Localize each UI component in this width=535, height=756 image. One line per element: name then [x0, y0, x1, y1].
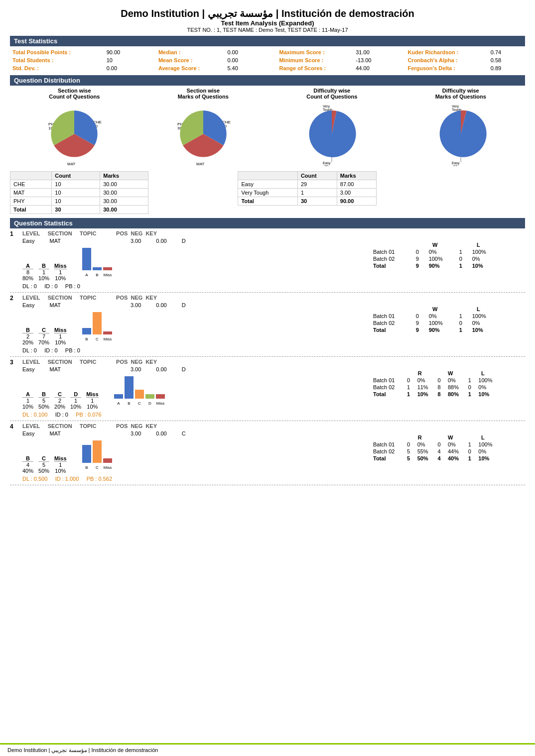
svg-text:C: C [96, 337, 99, 341]
test-statistics-table: Total Possible Points : 90.00 Median : 0… [10, 48, 525, 72]
question-row: 4 LEVEL SECTION TOPIC POS NEG KEY Easy [10, 423, 525, 482]
key-label: KEY [145, 423, 157, 429]
key-label: KEY [145, 295, 157, 301]
ferguson-value: 0.89 [488, 64, 525, 72]
dl-id-pb: DL : 0 ID : 0 PB : 0 [22, 283, 366, 289]
svg-rect-34 [103, 331, 112, 334]
dl-id-pb: DL : 0 ID : 0 PB : 0 [22, 347, 366, 353]
svg-text:A: A [85, 273, 88, 277]
answer-col: Miss 1 10% [54, 327, 66, 345]
dl-label: DL : 0.500 [22, 476, 47, 482]
count-col-header: Count [52, 172, 100, 180]
svg-rect-32 [93, 312, 102, 334]
svg-text:Miss: Miss [156, 401, 164, 406]
answer-col: A 1 10% [22, 391, 33, 410]
total-students-value: 10 [104, 56, 141, 64]
question-number: 4 [10, 423, 17, 430]
table-total-row: Total3030.00 [10, 206, 148, 214]
question-number: 2 [10, 295, 17, 302]
pos-label: POS [116, 423, 128, 429]
answer-col: B 1 10% [38, 263, 49, 281]
topic-label: TOPIC [80, 295, 96, 301]
pos-value: 3.00 [131, 366, 141, 372]
section-value: MAT [49, 302, 60, 308]
svg-rect-46 [82, 445, 91, 463]
svg-text:Miss: Miss [103, 273, 111, 277]
svg-rect-44 [156, 394, 165, 399]
test-info: TEST NO. : 1, TEST NAME : Demo Test, TES… [10, 27, 525, 33]
key-value: D [182, 302, 186, 308]
section-label: SECTION [48, 423, 72, 429]
pos-value: 3.00 [131, 238, 141, 244]
question-item: 2 LEVEL SECTION TOPIC POS NEG KEY Easy [10, 295, 525, 357]
avg-score-value: 5.40 [225, 64, 262, 72]
question-right: R W L Batch 01 00% 00% 1100% Batch 02 11… [371, 359, 525, 398]
level-value: Easy [22, 431, 34, 436]
max-score-value: 31.00 [353, 48, 390, 56]
id-label: ID : 1.000 [55, 476, 79, 482]
question-right: W L Batch 01 00% 1100% Batch 02 9100% 00… [371, 295, 525, 333]
footer-text: Demo Institution | مؤسسة تجريبي | Instit… [7, 747, 158, 753]
question-distribution: Section wiseCount of Questions PHY 10 CH… [10, 88, 525, 214]
section-value: MAT [49, 366, 60, 372]
answer-col: B 5 50% [38, 391, 49, 410]
batch-table: W L Batch 01 00% 1100% Batch 02 9100% 00… [371, 241, 500, 269]
table-row: CHE1030.00 [10, 180, 148, 189]
difficulty-dist-block: Count Marks Easy2987.00Very Tough13.00To… [238, 171, 376, 214]
median-value: 0.00 [225, 48, 262, 56]
min-score-value: -13.00 [353, 56, 390, 64]
answer-col: C 5 50% [38, 455, 49, 474]
neg-label: NEG [131, 423, 142, 429]
total-points-label: Total Possible Points : [10, 48, 104, 56]
difficulty-dist-table: Count Marks Easy2987.00Very Tough13.00To… [238, 171, 376, 206]
svg-text:B: B [96, 273, 98, 277]
answers-list: A 8 80% B 1 10% Miss 1 10% [22, 263, 67, 281]
kuder-value: 0.74 [488, 48, 525, 56]
answer-col: Miss 1 10% [54, 263, 66, 281]
svg-rect-38 [125, 376, 134, 399]
table-total-row: Total3090.00 [238, 197, 376, 206]
pos-value: 3.00 [131, 431, 141, 436]
level-label: LEVEL [22, 230, 40, 236]
question-left: LEVEL SECTION TOPIC POS NEG KEY Easy MAT… [22, 295, 366, 353]
question-item: 1 LEVEL SECTION TOPIC POS NEG KEY Easy [10, 230, 525, 293]
batch-table: W L Batch 01 00% 1100% Batch 02 9100% 00… [371, 306, 500, 333]
table-row: PHY1030.00 [10, 197, 148, 206]
level-section-row: LEVEL SECTION TOPIC POS NEG KEY [22, 423, 366, 429]
pos-label: POS [116, 359, 128, 365]
question-left: LEVEL SECTION TOPIC POS NEG KEY Easy MAT… [22, 230, 366, 289]
level-section-row: LEVEL SECTION TOPIC POS NEG KEY [22, 295, 366, 301]
neg-value: 0.00 [156, 302, 166, 308]
neg-label: NEG [131, 359, 142, 365]
difficulty-count-title: Difficulty wiseCount of Questions [274, 88, 389, 100]
question-left: LEVEL SECTION TOPIC POS NEG KEY Easy MAT… [22, 423, 366, 482]
diff-count-col-header: Count [297, 172, 337, 180]
section-marks-pie: Section wiseMarks of Questions PHY 30 CH… [146, 88, 261, 166]
diff-marks-col-header: Marks [337, 172, 376, 180]
svg-text:87: 87 [453, 165, 457, 166]
question-item: 4 LEVEL SECTION TOPIC POS NEG KEY Easy [10, 423, 525, 485]
difficulty-count-pie: Difficulty wiseCount of Questions Very T… [274, 88, 389, 166]
median-label: Median : [156, 48, 225, 56]
topic-value [76, 238, 116, 244]
topic-value [76, 431, 116, 436]
bar-chart: ABMiss [80, 245, 121, 281]
ferguson-label: Ferguson's Delta : [405, 64, 488, 72]
svg-text:B: B [85, 465, 88, 470]
question-number: 3 [10, 359, 17, 366]
section-label: SECTION [48, 359, 72, 365]
topic-label: TOPIC [80, 230, 96, 236]
level-value: Easy [22, 302, 34, 308]
answer-col: Miss 1 10% [86, 391, 98, 410]
svg-text:B: B [85, 337, 88, 341]
answer-col: B 2 20% [22, 327, 33, 345]
dl-label: DL : 0 [22, 347, 37, 353]
cronbach-label: Cronbach's Alpha : [405, 56, 488, 64]
difficulty-col-header [238, 172, 298, 180]
dl-label: DL : 0 [22, 283, 37, 289]
question-statistics-header: Question Statistics [10, 218, 525, 228]
std-dev-value: 0.00 [104, 64, 141, 72]
svg-text:29: 29 [324, 165, 328, 166]
topic-value [76, 366, 116, 372]
section-count-title: Section wiseCount of Questions [17, 88, 132, 100]
